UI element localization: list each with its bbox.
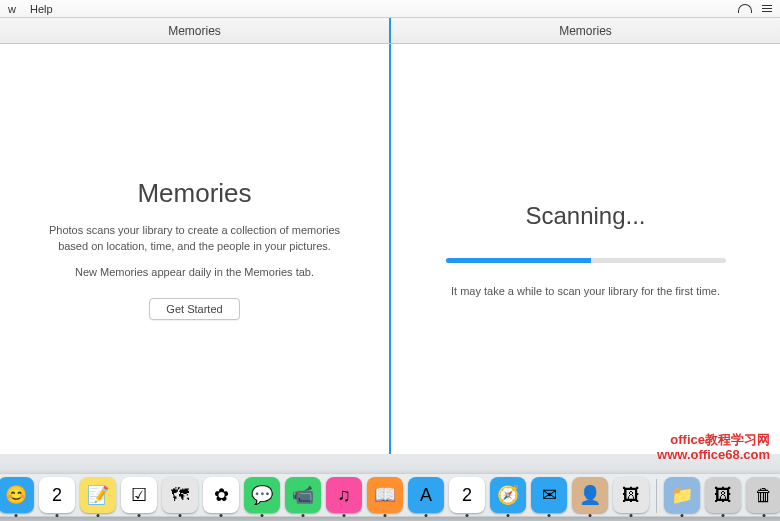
dock-icon-contacts[interactable]: 👤 — [572, 477, 608, 513]
menu-item-help[interactable]: Help — [30, 3, 53, 15]
scanning-subtext: It may take a while to scan your library… — [451, 285, 720, 297]
window-toolbars: Memories Memories — [0, 18, 780, 44]
right-pane-scanning: Scanning... It may take a while to scan … — [391, 44, 780, 454]
wifi-icon[interactable] — [738, 3, 752, 15]
dock-icon-notes[interactable]: 📝 — [80, 477, 116, 513]
dock-icon-calendar-2a[interactable]: 2 — [39, 477, 75, 513]
dock: 😊2📝☑🗺✿💬📹♫📖A2🧭✉👤🖼📁🖼🗑 — [0, 473, 780, 517]
dock-icon-itunes[interactable]: ♫ — [326, 477, 362, 513]
dock-icon-trash[interactable]: 🗑 — [746, 477, 780, 513]
left-pane-memories-intro: Memories Photos scans your library to cr… — [0, 44, 391, 454]
dock-icon-finder[interactable]: 😊 — [0, 477, 34, 513]
right-window-toolbar: Memories — [391, 18, 780, 43]
dock-icon-facetime[interactable]: 📹 — [285, 477, 321, 513]
dock-icon-ibooks[interactable]: 📖 — [367, 477, 403, 513]
dock-icon-appstore[interactable]: A — [408, 477, 444, 513]
dock-icon-preview[interactable]: 🖼 — [613, 477, 649, 513]
dock-icon-calendar-2b[interactable]: 2 — [449, 477, 485, 513]
memories-title: Memories — [137, 178, 251, 209]
menu-extras-icon[interactable] — [762, 5, 772, 13]
watermark-line1: office教程学习网 — [657, 432, 770, 448]
dock-background: 😊2📝☑🗺✿💬📹♫📖A2🧭✉👤🖼📁🖼🗑 — [0, 454, 780, 521]
system-menubar: w Help — [0, 0, 780, 18]
dock-icon-screenshot[interactable]: 🖼 — [705, 477, 741, 513]
dock-icon-mail[interactable]: ✉ — [531, 477, 567, 513]
left-toolbar-title: Memories — [168, 24, 221, 38]
get-started-button[interactable]: Get Started — [149, 298, 239, 320]
content-area: Memories Photos scans your library to cr… — [0, 44, 780, 454]
dock-icon-folder[interactable]: 📁 — [664, 477, 700, 513]
dock-icon-reminders[interactable]: ☑ — [121, 477, 157, 513]
memories-subtext: New Memories appear daily in the Memorie… — [75, 266, 314, 278]
dock-icon-maps[interactable]: 🗺 — [162, 477, 198, 513]
scan-progress-bar — [446, 258, 726, 263]
scan-progress-fill — [446, 258, 592, 263]
dock-icon-messages[interactable]: 💬 — [244, 477, 280, 513]
watermark-line2: www.office68.com — [657, 447, 770, 463]
left-window-toolbar: Memories — [0, 18, 391, 43]
dock-icon-photos[interactable]: ✿ — [203, 477, 239, 513]
right-toolbar-title: Memories — [559, 24, 612, 38]
dock-icon-safari[interactable]: 🧭 — [490, 477, 526, 513]
memories-description: Photos scans your library to create a co… — [40, 223, 349, 254]
scanning-title: Scanning... — [525, 202, 645, 230]
dock-separator — [656, 479, 657, 513]
menu-item-w[interactable]: w — [8, 3, 16, 15]
watermark: office教程学习网 www.office68.com — [657, 432, 770, 463]
